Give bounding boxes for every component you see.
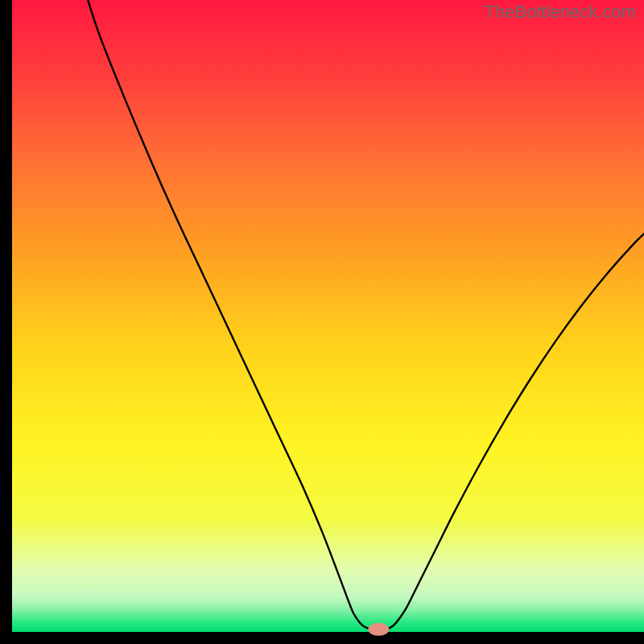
left-axis-border	[0, 0, 12, 644]
bottom-axis-border	[0, 632, 644, 644]
gradient-background	[12, 0, 644, 632]
bottleneck-chart: TheBottleneck.com	[0, 0, 644, 644]
chart-svg	[0, 0, 644, 644]
optimal-point-marker	[368, 623, 389, 636]
watermark-text: TheBottleneck.com	[485, 2, 636, 23]
